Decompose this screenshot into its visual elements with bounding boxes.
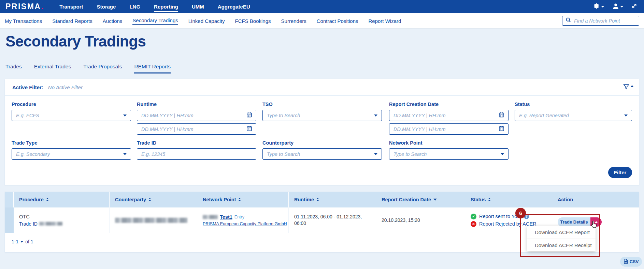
nav-item-aggregateeu[interactable]: AggregateEU — [218, 0, 250, 13]
search-placeholder: Find a Network Point — [574, 18, 620, 24]
trade-type-select[interactable]: E.g. Secondary — [12, 148, 131, 160]
subnav-item-linked-capacity[interactable]: Linked Capacity — [188, 17, 225, 24]
funnel-icon — [623, 84, 630, 92]
filter-button[interactable]: Filter — [608, 167, 632, 178]
network-point-select[interactable]: Type to Search — [389, 148, 509, 160]
trade-type-filter-label: Trade Type — [12, 140, 37, 146]
subnav-item-standard-reports[interactable]: Standard Reports — [52, 17, 92, 24]
network-point-search-input[interactable]: Find a Network Point — [562, 16, 639, 26]
sort-icon — [46, 198, 49, 201]
column-header-procedure[interactable]: Procedure — [14, 192, 110, 207]
calendar-icon[interactable] — [499, 126, 504, 133]
settings-menu-button[interactable] — [593, 3, 604, 11]
column-header-status[interactable]: Status — [465, 192, 552, 207]
nav-item-lng[interactable]: LNG — [129, 0, 140, 13]
column-header-report-creation-date[interactable]: Report Creation Date — [376, 192, 465, 207]
runtime-filter-label: Runtime — [137, 102, 157, 107]
tab-trade-proposals[interactable]: Trade Proposals — [83, 64, 122, 73]
tab-trades[interactable]: Trades — [5, 64, 22, 73]
column-header-action: Action — [552, 192, 639, 207]
sort-icon — [238, 198, 241, 201]
procedure-filter-label: Procedure — [12, 102, 36, 107]
subnav-item-contract-positions[interactable]: Contract Positions — [317, 17, 358, 24]
column-header-runtime[interactable]: Runtime — [289, 192, 376, 207]
status-text: Report sent to You — [479, 214, 520, 219]
subnav-item-report-wizard[interactable]: Report Wizard — [368, 17, 401, 24]
section-navigation-bar: My Transactions Standard Reports Auction… — [0, 13, 644, 28]
trade-id-input[interactable]: E.g. 12345 — [137, 148, 256, 160]
rcd-to-placeholder: DD.MM.YYYY | HH:mm — [393, 126, 446, 132]
nav-item-storage[interactable]: Storage — [97, 0, 116, 13]
report-creation-date-filter-label: Report Creation Date — [389, 102, 439, 107]
trade-id-link[interactable]: Trade ID — [19, 221, 62, 227]
column-header-counterparty[interactable]: Counterparty — [110, 192, 197, 207]
column-header-network-point[interactable]: Network Point — [197, 192, 289, 207]
subnav-item-my-transactions[interactable]: My Transactions — [5, 17, 42, 24]
collapse-view-button[interactable] — [631, 3, 637, 10]
network-point-link[interactable]: Test1 — [220, 214, 232, 220]
active-filter-row: Active Filter: No Active Filter — [5, 79, 639, 96]
chevron-down-icon — [374, 115, 377, 117]
column-label: Report Creation Date — [382, 197, 431, 202]
calendar-icon[interactable] — [499, 112, 504, 119]
status-filter-label: Status — [515, 102, 530, 107]
nav-item-transport[interactable]: Transport — [59, 0, 83, 13]
tab-external-trades[interactable]: External Trades — [34, 64, 71, 73]
status-select[interactable]: E.g. Report Generated — [515, 110, 632, 121]
chevron-down-icon — [123, 115, 127, 117]
procedure-select[interactable]: E.g. FCFS — [12, 110, 131, 121]
success-check-icon: ✓ — [471, 214, 476, 219]
subnav-item-auctions[interactable]: Auctions — [103, 17, 123, 24]
network-point-placeholder: Type to Search — [393, 151, 427, 157]
row-selector-stripe[interactable] — [5, 207, 14, 233]
procedure-value: OTC — [19, 214, 109, 219]
table-header-row: Procedure Counterparty Network Point Run… — [5, 192, 639, 207]
runtime-from-input[interactable]: DD.MM.YYYY | HH:mm — [137, 110, 256, 121]
page-title: Secondary Tradings — [5, 33, 146, 50]
annotation-step-badge: 6 — [515, 208, 526, 218]
logo-text: PRISMA — [5, 2, 41, 11]
trade-details-split-button: Trade Details — [558, 217, 602, 227]
csv-file-icon — [624, 259, 628, 265]
nav-item-umm[interactable]: UMM — [192, 0, 204, 13]
subnav-item-secondary-tradings[interactable]: Secondary Tradings — [132, 17, 178, 25]
chevron-up-icon — [631, 85, 633, 87]
network-point-direction: Entry — [234, 215, 244, 219]
counterparty-select[interactable]: Type to Search — [262, 148, 382, 160]
calendar-icon[interactable] — [247, 126, 252, 133]
runtime-to-input[interactable]: DD.MM.YYYY | HH:mm — [137, 123, 256, 135]
pagination-dropdown-caret[interactable] — [20, 241, 23, 243]
trade-type-placeholder: E.g. Secondary — [16, 151, 50, 157]
nav-item-reporting[interactable]: Reporting — [154, 0, 178, 13]
user-menu-button[interactable] — [612, 3, 623, 11]
column-label: Network Point — [203, 197, 236, 202]
runtime-from-placeholder: DD.MM.YYYY | HH:mm — [141, 113, 194, 118]
tso-select[interactable]: Type to Search — [262, 110, 382, 121]
prisma-logo[interactable]: PRISMA. — [5, 2, 44, 11]
menu-item-download-acer-report[interactable]: Download ACER Report — [527, 226, 596, 239]
filter-collapse-toggle[interactable] — [623, 84, 633, 92]
tso-placeholder: Type to Search — [267, 113, 300, 118]
trade-id-text: Trade ID — [19, 221, 38, 227]
status-line-sent: ✓ Report sent to You ? — [471, 214, 552, 219]
column-label: Runtime — [294, 197, 314, 202]
report-creation-date-from-input[interactable]: DD.MM.YYYY | HH:mm — [389, 110, 509, 121]
report-creation-date-to-input[interactable]: DD.MM.YYYY | HH:mm — [389, 123, 509, 135]
network-point-operator-link[interactable]: PRISMA European Capacity Platform GmbH — [203, 221, 288, 226]
trade-details-button[interactable]: Trade Details — [558, 217, 590, 227]
cell-counterparty — [110, 207, 197, 233]
trade-details-menu-toggle[interactable] — [590, 217, 602, 227]
filter-panel-divider — [5, 163, 639, 163]
sort-desc-icon — [433, 199, 437, 201]
rcd-from-placeholder: DD.MM.YYYY | HH:mm — [393, 113, 446, 118]
export-csv-button[interactable]: CSV — [620, 257, 642, 267]
gear-icon — [593, 3, 600, 11]
error-cross-icon: ✕ — [471, 221, 476, 227]
subnav-item-fcfs-bookings[interactable]: FCFS Bookings — [235, 17, 271, 24]
menu-item-download-acer-receipt[interactable]: Download ACER Receipt — [527, 239, 596, 251]
tab-remit-reports[interactable]: REMIT Reports — [134, 64, 171, 73]
calendar-icon[interactable] — [247, 112, 252, 119]
subnav-item-surrenders[interactable]: Surrenders — [281, 17, 306, 24]
top-navigation-bar: PRISMA. Transport Storage LNG Reporting … — [0, 0, 644, 13]
column-label: Procedure — [19, 197, 44, 202]
